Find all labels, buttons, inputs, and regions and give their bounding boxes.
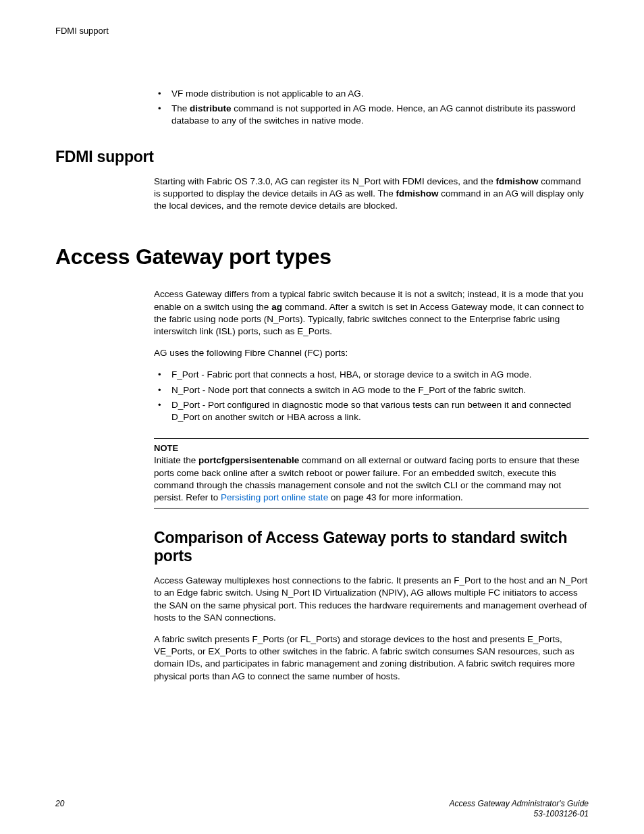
list-item: D_Port - Port configured in diagnostic m… xyxy=(154,399,589,423)
section-heading-fdmi: FDMI support xyxy=(55,148,589,166)
intro-list-block: VF mode distribution is not applicable t… xyxy=(154,88,589,128)
doc-number: 53-1003126-01 xyxy=(534,809,589,818)
cross-reference-link[interactable]: Persisting port online state xyxy=(221,492,328,502)
list-item: N_Port - Node port that connects a switc… xyxy=(154,384,589,396)
list-item: VF mode distribution is not applicable t… xyxy=(154,88,589,100)
text: Starting with Fabric OS 7.3.0, AG can re… xyxy=(154,176,495,186)
list-text-pre: The xyxy=(171,103,190,113)
section-heading-comparison: Comparison of Access Gateway ports to st… xyxy=(154,529,589,565)
intro-list: VF mode distribution is not applicable t… xyxy=(154,88,589,128)
page-content: VF mode distribution is not applicable t… xyxy=(55,88,589,692)
paragraph: Access Gateway differs from a typical fa… xyxy=(154,288,589,338)
command-name: fdmishow xyxy=(396,188,438,199)
text: on page 43 for more information. xyxy=(328,492,463,502)
note-body: Initiate the portcfgpersisentenable comm… xyxy=(154,454,589,504)
list-text: N_Port - Node port that connects a switc… xyxy=(171,385,526,395)
note-label: NOTE xyxy=(154,443,589,453)
page: FDMI support VF mode distribution is not… xyxy=(0,0,644,834)
paragraph: AG uses the following Fibre Channel (FC)… xyxy=(154,347,589,359)
list-text: D_Port - Port configured in diagnostic m… xyxy=(171,400,571,422)
page-number: 20 xyxy=(55,799,64,808)
doc-title: Access Gateway Administrator's Guide xyxy=(449,799,589,808)
command-name: distribute xyxy=(190,103,232,113)
command-name: portcfgpersisentenable xyxy=(198,455,299,465)
list-text-post: command is not supported in AG mode. Hen… xyxy=(171,103,576,126)
paragraph: Starting with Fabric OS 7.3.0, AG can re… xyxy=(154,176,589,213)
text: Initiate the xyxy=(154,455,198,465)
running-header: FDMI support xyxy=(55,26,109,36)
list-item: The distribute command is not supported … xyxy=(154,103,589,127)
list-item: F_Port - Fabric port that connects a hos… xyxy=(154,369,589,381)
footer-doc-info: Access Gateway Administrator's Guide 53-… xyxy=(449,799,589,819)
porttypes-body: Access Gateway differs from a typical fa… xyxy=(154,288,589,683)
command-name: fdmishow xyxy=(495,176,538,186)
page-footer: 20 Access Gateway Administrator's Guide … xyxy=(55,799,589,819)
port-list: F_Port - Fabric port that connects a hos… xyxy=(154,369,589,423)
note-box: NOTE Initiate the portcfgpersisentenable… xyxy=(154,438,589,509)
list-text: F_Port - Fabric port that connects a hos… xyxy=(171,369,532,380)
fdmi-body: Starting with Fabric OS 7.3.0, AG can re… xyxy=(154,176,589,213)
paragraph: A fabric switch presents F_Ports (or FL_… xyxy=(154,633,589,683)
command-name: ag xyxy=(271,302,282,312)
list-text: VF mode distribution is not applicable t… xyxy=(171,88,363,99)
chapter-heading-port-types: Access Gateway port types xyxy=(55,244,589,269)
paragraph: Access Gateway multiplexes host connecti… xyxy=(154,575,589,624)
